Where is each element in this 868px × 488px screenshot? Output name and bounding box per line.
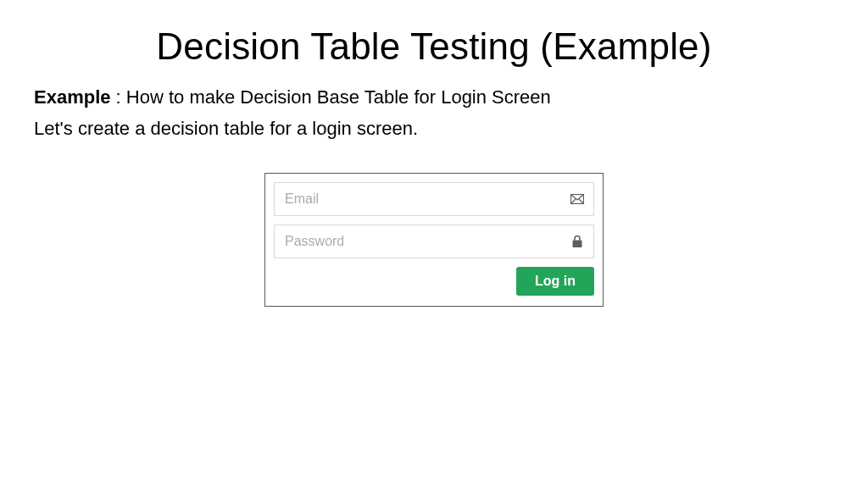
- intro-line-1: Example : How to make Decision Base Tabl…: [34, 83, 834, 111]
- mail-icon: [570, 191, 585, 207]
- slide-title: Decision Table Testing (Example): [34, 25, 834, 68]
- login-form: Log in: [264, 173, 604, 307]
- email-field[interactable]: [283, 191, 570, 208]
- password-field-wrapper: [274, 225, 594, 258]
- password-field[interactable]: [283, 233, 570, 250]
- intro-line-1-rest: : How to make Decision Base Table for Lo…: [111, 86, 551, 108]
- email-field-wrapper: [274, 182, 594, 216]
- example-label: Example: [34, 86, 111, 108]
- svg-rect-1: [573, 241, 582, 248]
- lock-icon: [570, 234, 585, 249]
- intro-line-2: Let's create a decision table for a logi…: [34, 114, 834, 142]
- login-button[interactable]: Log in: [516, 267, 594, 296]
